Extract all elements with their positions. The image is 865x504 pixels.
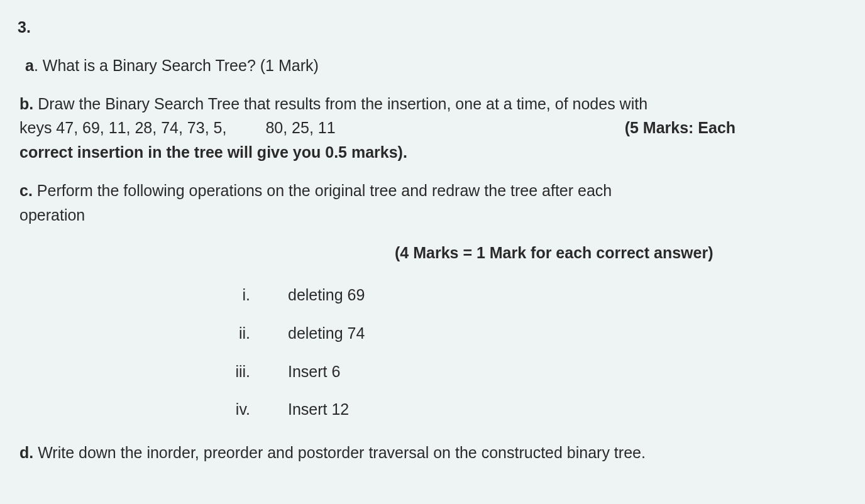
part-a: a. What is a Binary Search Tree? (1 Mark… — [18, 53, 847, 78]
part-c-operations-list: i. deleting 69 ii. deleting 74 iii. Inse… — [212, 283, 847, 422]
part-d: d. Write down the inorder, preorder and … — [18, 441, 847, 465]
list-item-text: deleting 74 — [288, 321, 365, 346]
part-b-keys1: keys 47, 69, 11, 28, 74, 73, 5, — [19, 119, 226, 136]
document-page: 3. a. What is a Binary Search Tree? (1 M… — [0, 0, 865, 465]
list-item-number: ii. — [212, 321, 288, 346]
part-d-text: Write down the inorder, preorder and pos… — [33, 444, 646, 461]
part-d-label: d. — [19, 444, 33, 461]
list-item: iii. Insert 6 — [212, 359, 847, 384]
part-b-label: b. — [19, 95, 33, 112]
part-b-keys2: 80, 25, 11 — [265, 119, 335, 136]
part-b-line3: correct insertion in the tree will give … — [19, 140, 847, 165]
list-item-number: iv. — [212, 397, 288, 422]
question-number: 3. — [18, 15, 847, 40]
part-a-text: . What is a Binary Search Tree? (1 Mark) — [34, 57, 319, 74]
list-item: iv. Insert 12 — [212, 397, 847, 422]
part-c-label: c. — [19, 182, 33, 199]
list-item-number: iii. — [212, 359, 288, 384]
part-c-marks-line: (4 Marks = 1 Mark for each correct answe… — [18, 241, 847, 265]
part-b-marks: (5 Marks: Each — [625, 119, 736, 136]
part-b-line1: b. Draw the Binary Search Tree that resu… — [19, 92, 847, 116]
part-c-line1: c. Perform the following operations on t… — [19, 178, 847, 203]
part-c-line1-text: Perform the following operations on the … — [33, 182, 612, 199]
part-b-line1-text: Draw the Binary Search Tree that results… — [33, 95, 647, 112]
list-item-text: Insert 6 — [288, 359, 340, 384]
q-number-text: 3. — [18, 18, 31, 36]
list-item-number: i. — [212, 283, 288, 307]
part-b-line2: keys 47, 69, 11, 28, 74, 73, 5,80, 25, 1… — [19, 116, 847, 140]
part-c: c. Perform the following operations on t… — [18, 178, 847, 227]
list-item-text: Insert 12 — [288, 397, 349, 422]
part-b: b. Draw the Binary Search Tree that resu… — [18, 92, 847, 165]
list-item-text: deleting 69 — [288, 283, 365, 307]
part-c-line2: operation — [19, 203, 847, 227]
list-item: ii. deleting 74 — [212, 321, 847, 346]
list-item: i. deleting 69 — [212, 283, 847, 307]
part-a-label: a — [25, 57, 34, 74]
